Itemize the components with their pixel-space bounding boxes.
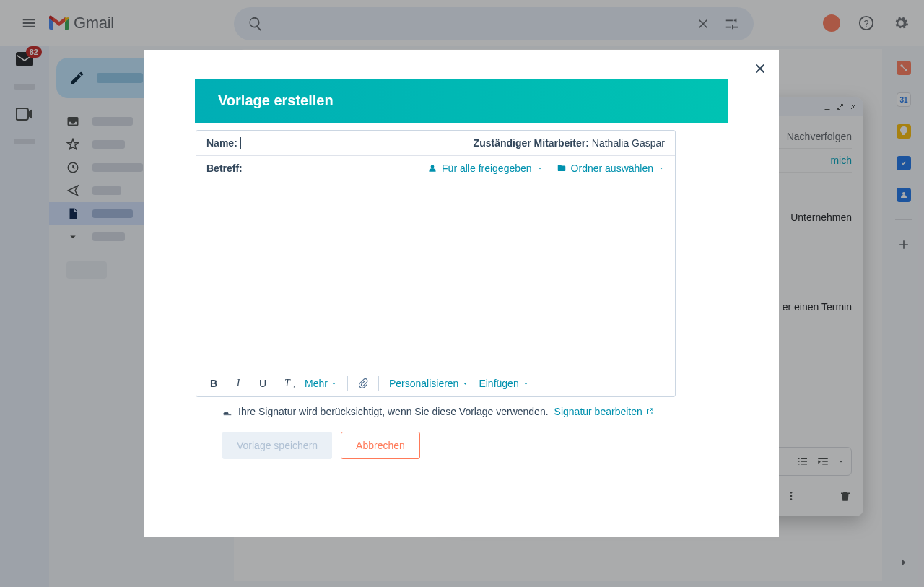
bold-icon[interactable]: B: [206, 378, 221, 389]
modal-title: Vorlage erstellen: [195, 79, 728, 123]
italic-icon[interactable]: I: [231, 378, 245, 389]
subject-field-label: Betreff:: [206, 162, 243, 174]
close-modal-icon[interactable]: [751, 60, 769, 77]
edit-signature-link[interactable]: Signatur bearbeiten: [554, 406, 654, 417]
attach-icon[interactable]: [358, 378, 368, 389]
signature-icon: [222, 406, 232, 417]
name-input[interactable]: [240, 137, 241, 149]
signature-note-text: Ihre Signatur wird berücksichtigt, wenn …: [238, 406, 549, 417]
owner-field-label: Zuständiger Mitarbeiter:: [474, 137, 589, 149]
name-field-label: Name:: [206, 137, 237, 149]
share-dropdown[interactable]: Für alle freigegeben: [427, 162, 544, 174]
more-format-dropdown[interactable]: Mehr: [305, 378, 337, 389]
save-template-button[interactable]: Vorlage speichern: [222, 432, 332, 459]
svg-point-20: [431, 165, 435, 168]
insert-dropdown[interactable]: Einfügen: [479, 378, 528, 389]
owner-name: Nathalia Gaspar: [592, 137, 665, 149]
create-template-modal: Vorlage erstellen Name: Zuständiger Mita…: [144, 50, 779, 537]
clear-format-icon[interactable]: Tx: [280, 378, 295, 389]
folder-dropdown[interactable]: Ordner auswählen: [557, 162, 665, 174]
template-body-editor[interactable]: [196, 181, 675, 370]
cancel-button[interactable]: Abbrechen: [341, 432, 420, 459]
underline-icon[interactable]: U: [256, 378, 270, 389]
personalize-dropdown[interactable]: Personalisieren: [389, 378, 469, 389]
